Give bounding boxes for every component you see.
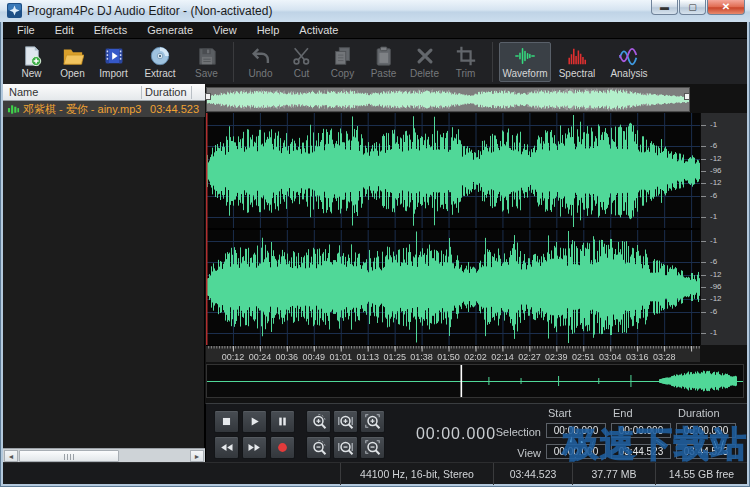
undo-button: Undo <box>240 42 281 82</box>
menu-generate[interactable]: Generate <box>137 22 203 38</box>
paste-button: Paste <box>363 42 404 82</box>
extract-button[interactable]: Extract <box>134 42 186 82</box>
selection-duration-field[interactable]: 00:00.000 <box>676 423 736 438</box>
selection-start-field[interactable]: 00:00.000 <box>546 423 606 438</box>
import-button[interactable]: Import <box>93 42 134 82</box>
undo-label: Undo <box>249 68 273 79</box>
selection-end-field[interactable]: 00:00.000 <box>611 423 671 438</box>
db-tick <box>701 183 706 184</box>
title-bar: Program4Pc DJ Audio Editor - (Non-activa… <box>0 0 750 22</box>
zoom-in-horizontal-button[interactable] <box>333 410 358 433</box>
stop-icon <box>218 413 235 430</box>
db-tick <box>701 333 706 334</box>
end-column-header: End <box>613 407 633 419</box>
time-ruler[interactable]: 00:1200:2400:3600:4901:0101:1301:2501:38… <box>206 345 700 362</box>
analysis-button[interactable]: Analysis <box>603 42 655 82</box>
view-start-field[interactable]: 00:00.000 <box>546 444 606 459</box>
import-video-icon <box>103 45 125 67</box>
record-button[interactable] <box>270 436 295 459</box>
window-title: Program4Pc DJ Audio Editor - (Non-activa… <box>27 0 272 22</box>
time-tick-label: 01:13 <box>356 352 379 362</box>
menu-effects[interactable]: Effects <box>84 22 137 38</box>
file-duration: 03:44.523 <box>150 103 205 115</box>
spectral-button[interactable]: Spectral <box>551 42 603 82</box>
status-file-size: 37.77 MB <box>572 463 655 485</box>
view-end-field[interactable]: 03:44.523 <box>611 444 671 459</box>
audio-file-icon <box>7 103 20 116</box>
scrollbar-thumb[interactable] <box>19 450 119 462</box>
app-window: Program4Pc DJ Audio Editor - (Non-activa… <box>0 0 750 487</box>
menu-help[interactable]: Help <box>247 22 290 38</box>
menu-activate[interactable]: Activate <box>289 22 348 38</box>
monitor-strip[interactable] <box>206 364 744 398</box>
waveform-button[interactable]: Waveform <box>499 42 551 82</box>
zoom-selection-button[interactable] <box>306 410 331 433</box>
zoom-out-horizontal-button[interactable] <box>333 436 358 459</box>
cut-button: Cut <box>281 42 322 82</box>
horizontal-scrollbar[interactable]: ◄ ► <box>3 448 205 462</box>
save-floppy-icon <box>196 45 218 67</box>
db-tick <box>701 196 706 197</box>
minimize-button[interactable]: ▬ <box>651 0 678 15</box>
zoom-out-selection-button[interactable] <box>306 436 331 459</box>
overview-right-handle[interactable] <box>684 93 690 100</box>
play-button[interactable] <box>242 410 267 433</box>
column-divider[interactable] <box>191 86 192 99</box>
maximize-button[interactable]: ▢ <box>679 0 706 15</box>
analysis-label: Analysis <box>610 68 647 79</box>
status-duration: 03:44.523 <box>493 463 572 485</box>
db-tick-label: -96 <box>710 167 722 175</box>
menu-file[interactable]: File <box>7 22 45 38</box>
open-button[interactable]: Open <box>52 42 93 82</box>
db-tick <box>701 262 706 263</box>
column-divider[interactable] <box>141 86 142 99</box>
time-tick-label: 01:38 <box>410 352 433 362</box>
menu-edit[interactable]: Edit <box>45 22 84 38</box>
save-button: Save <box>186 42 227 82</box>
scroll-left-arrow-icon[interactable]: ◄ <box>4 450 18 462</box>
time-tick-label: 00:49 <box>303 352 326 362</box>
overview-waveform[interactable] <box>206 87 690 112</box>
file-list-header: Name Duration <box>3 84 205 101</box>
pause-icon <box>274 413 291 430</box>
toolbar-separator <box>233 42 234 82</box>
time-tick-label: 00:36 <box>276 352 299 362</box>
view-row-label: View <box>446 447 541 459</box>
db-tick-label: -12 <box>710 295 722 303</box>
view-duration-field[interactable]: 03:44.523 <box>676 444 736 459</box>
transport-bar: 00:00.000 Selection View Start End Durat… <box>205 403 747 462</box>
overview-left-handle[interactable] <box>205 93 211 100</box>
rewind-button[interactable] <box>214 436 239 459</box>
status-disk-free: 14.55 GB free <box>655 463 747 485</box>
delete-button: Delete <box>404 42 445 82</box>
spectral-label: Spectral <box>559 68 596 79</box>
scroll-right-arrow-icon[interactable]: ► <box>190 450 204 462</box>
fast-forward-button[interactable] <box>242 436 267 459</box>
rewind-icon <box>218 439 235 456</box>
pause-button[interactable] <box>270 410 295 433</box>
db-tick-label: -12 <box>710 179 722 187</box>
copy-button: Copy <box>322 42 363 82</box>
duration-column-header: Duration <box>678 407 720 419</box>
zoom-in-full-button[interactable] <box>360 410 385 433</box>
open-label: Open <box>60 68 84 79</box>
column-header-name[interactable]: Name <box>9 85 38 100</box>
menu-view[interactable]: View <box>203 22 247 38</box>
zoom-in-full-icon <box>364 413 381 430</box>
stop-button[interactable] <box>214 410 239 433</box>
time-tick-label: 02:51 <box>572 352 595 362</box>
time-tick-label: 01:25 <box>383 352 406 362</box>
menu-bar: FileEditEffectsGenerateViewHelpActivate <box>3 22 747 38</box>
file-list-row[interactable]: 邓紫棋 - 爱你 - ainy.mp3 03:44.523 <box>3 101 205 117</box>
db-tick-label: -1 <box>710 213 717 221</box>
main-waveform[interactable] <box>206 113 700 345</box>
extract-label: Extract <box>144 68 175 79</box>
db-tick-label: -1 <box>710 237 717 245</box>
db-tick <box>701 125 706 126</box>
db-tick <box>701 159 706 160</box>
column-header-duration[interactable]: Duration <box>145 85 187 100</box>
time-tick-label: 03:28 <box>653 352 676 362</box>
zoom-out-full-button[interactable] <box>360 436 385 459</box>
close-button[interactable]: ✕ <box>707 0 745 15</box>
new-button[interactable]: New <box>11 42 52 82</box>
